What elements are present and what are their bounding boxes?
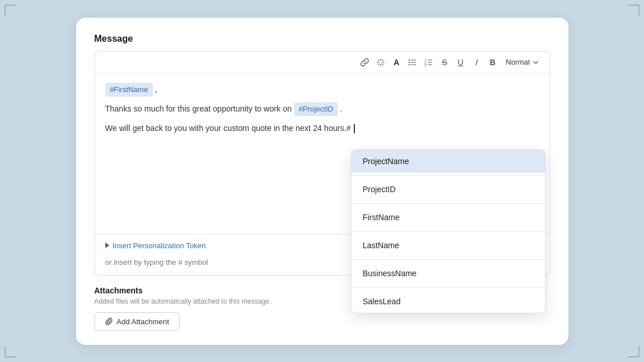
svg-rect-9 (428, 59, 432, 60)
dropdown-divider (351, 259, 545, 260)
firstname-token: #FirstName (105, 83, 153, 97)
paperclip-icon (105, 317, 113, 325)
autocomplete-item-projectname[interactable]: ProjectName (351, 150, 545, 173)
editor-toolbar: A 1. 2. 3. (95, 51, 550, 74)
autocomplete-item-firstname[interactable]: FirstName (351, 206, 545, 229)
chevron-down-icon (532, 59, 539, 66)
triangle-icon (105, 242, 109, 248)
bullet-list-icon[interactable] (406, 56, 419, 69)
projectid-token: #ProjectID (294, 102, 338, 116)
svg-point-2 (408, 63, 409, 65)
autocomplete-item-lastname[interactable]: LastName (351, 234, 545, 257)
autocomplete-item-businessname[interactable]: BusinessName (351, 262, 545, 285)
svg-point-1 (408, 61, 409, 62)
autocomplete-dropdown[interactable]: ProjectNameProjectIDFirstNameLastNameBus… (351, 149, 546, 313)
line2-prefix: Thanks so much for this great opportunit… (105, 102, 292, 116)
svg-rect-3 (411, 59, 416, 60)
dropdown-divider (351, 231, 545, 232)
text-style-label: Normal (506, 58, 530, 66)
insert-personalization-button[interactable]: Insert Personalization Token (105, 241, 206, 250)
section-title: Message (94, 34, 550, 44)
italic-icon[interactable]: I (471, 56, 483, 69)
bold-icon[interactable]: B (487, 56, 499, 69)
insert-button-label: Insert Personalization Token (113, 241, 206, 250)
main-card: Message A (76, 18, 568, 345)
autocomplete-item-projectid[interactable]: ProjectID (351, 178, 545, 201)
insert-hint-text: or insert by typing the # symbol (105, 258, 208, 266)
line3-text: We will get back to you with your custom… (105, 122, 351, 136)
svg-rect-5 (411, 64, 416, 65)
editor-line-2: Thanks so much for this great opportunit… (105, 102, 539, 116)
text-cursor (354, 124, 355, 133)
corner-decoration-tr (628, 5, 639, 16)
svg-rect-10 (428, 62, 432, 62)
add-attachment-label: Add Attachment (117, 317, 169, 326)
dropdown-divider (351, 287, 545, 288)
sparkle-icon[interactable] (374, 56, 387, 69)
link-icon[interactable] (358, 56, 371, 69)
editor-line-1: #FirstName , (105, 83, 539, 97)
add-attachment-button[interactable]: Add Attachment (94, 312, 180, 331)
line1-suffix: , (155, 83, 157, 97)
line2-suffix: . (340, 102, 342, 116)
strikethrough-icon[interactable]: S (438, 56, 451, 69)
corner-decoration-tl (5, 5, 16, 16)
dropdown-divider (351, 203, 545, 204)
underline-icon[interactable]: U (455, 56, 467, 69)
dropdown-divider (351, 175, 545, 176)
text-color-icon[interactable]: A (390, 56, 403, 69)
autocomplete-item-saleslead[interactable]: SalesLead (351, 290, 545, 313)
corner-decoration-bl (5, 346, 16, 357)
numbered-list-icon[interactable]: 1. 2. 3. (422, 56, 435, 69)
svg-text:3.: 3. (424, 63, 426, 66)
svg-rect-11 (428, 64, 432, 65)
text-style-dropdown[interactable]: Normal (503, 57, 543, 67)
svg-rect-4 (411, 62, 416, 62)
editor-line-3: We will get back to you with your custom… (105, 122, 539, 136)
svg-point-0 (408, 59, 409, 60)
corner-decoration-br (628, 346, 639, 357)
